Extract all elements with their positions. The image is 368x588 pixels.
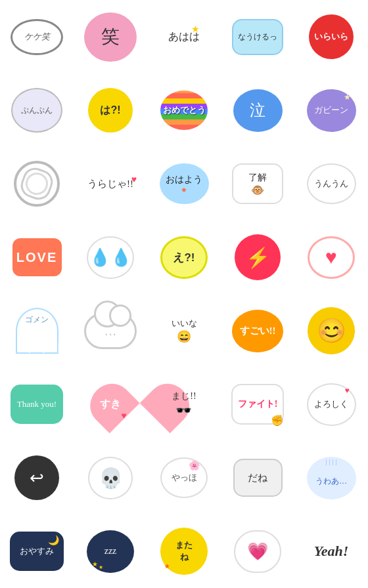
sticker-cell[interactable]: まじ!! 🕶️ — [147, 368, 221, 441]
sticker-text: え?! — [173, 250, 195, 265]
sticker-text: うんうん — [314, 178, 348, 190]
sticker-oyasumi: 🌙 おやすみ — [10, 532, 64, 571]
sticker-ukeru: なうけるっ — [232, 19, 283, 55]
sticker-text: だね — [248, 472, 267, 484]
fist-deco: ✊ — [271, 414, 284, 427]
sticker-e: え?! — [160, 236, 208, 279]
sticker-text: おめでとう — [163, 104, 206, 116]
sticker-cell[interactable]: 笑 — [74, 0, 147, 74]
sticker-cell[interactable]: ★ あはは — [147, 0, 221, 74]
sticker-cell[interactable]: 🌙 おやすみ — [0, 514, 74, 588]
sticker-cell[interactable]: ケケ笑 — [0, 0, 74, 74]
sticker-text: うわあ… — [315, 476, 347, 487]
sticker-cell[interactable]: うらじゃ!! ♥ — [74, 147, 147, 220]
sticker-cell[interactable]: いいな 😄 — [147, 294, 221, 368]
sticker-text: また ね — [175, 539, 193, 563]
sticker-text: うらじゃ!! — [87, 178, 133, 190]
sticker-uwaa: | | | | うわあ… — [307, 457, 356, 499]
sticker-cell[interactable]: Yeah! — [294, 514, 368, 588]
heart-small: ♥ — [121, 410, 126, 421]
star-small: ★ — [181, 186, 187, 194]
sticker-cell[interactable]: うんうん — [294, 147, 368, 220]
sticker-text: まじ!! — [172, 390, 196, 402]
sticker-maji: まじ!! 🕶️ — [172, 390, 196, 418]
sticker-cell[interactable]: ファイト! ✊ — [221, 368, 294, 441]
sticker-cell[interactable]: いらいら — [294, 0, 368, 74]
sticker-cell[interactable]: なうけるっ — [221, 0, 294, 74]
sticker-cell[interactable]: ★ ★ zzz — [74, 514, 147, 588]
sticker-reply: ↩ — [14, 455, 59, 500]
heart-top: ♥ — [344, 386, 349, 396]
sticker-text: は?! — [100, 104, 120, 117]
star-icon: ★ — [191, 24, 200, 35]
sticker-cell[interactable]: え?! — [147, 220, 221, 294]
sticker-cell[interactable]: ゴメン — [0, 294, 74, 368]
sticker-yeah: Yeah! — [314, 543, 349, 560]
sticker-cell[interactable]: Thank you! — [0, 368, 74, 441]
sticker-fight: ファイト! ✊ — [231, 384, 284, 425]
sticker-love: LOVE — [12, 238, 62, 276]
sticker-punpun: ぷんぷん — [11, 88, 62, 133]
sticker-text: よろしく — [314, 398, 348, 410]
sticker-naku: 泣 — [233, 89, 283, 132]
sticker-cell[interactable]: 💗 — [221, 514, 294, 588]
sticker-text: Thank you! — [17, 399, 57, 410]
sticker-cell[interactable]: ♥ — [294, 220, 368, 294]
sticker-cell[interactable]: 💧💧 — [74, 220, 147, 294]
sticker-text: 💧💧 — [89, 247, 131, 268]
sticker-ahaha: ★ あはは — [168, 30, 200, 44]
sticker-text: ガビーン — [314, 104, 348, 116]
sticker-text: ケケ笑 — [24, 31, 50, 43]
sticker-ha: は?! — [88, 88, 133, 133]
face-small: 😄 — [177, 329, 191, 344]
sticker-text: 了解 — [248, 172, 267, 184]
sticker-text: zzz — [104, 546, 117, 556]
sticker-text: いいな — [172, 318, 197, 329]
sticker-suki: すき ♥ — [89, 385, 132, 424]
sticker-cell[interactable]: は?! — [74, 74, 147, 147]
sticker-smiley: 😊 — [308, 307, 355, 354]
sticker-yaho: 🌸 やっほ — [160, 457, 208, 498]
rain-deco: | | | | — [325, 458, 336, 465]
star-deco: ★ — [164, 563, 170, 570]
sticker-cell[interactable]: ⚡ — [221, 220, 294, 294]
sticker-cell[interactable] — [0, 147, 74, 220]
sticker-text: すき — [100, 398, 121, 411]
sticker-ohayo: おはよう ★ — [160, 163, 209, 204]
sticker-cell[interactable]: ↩ — [0, 441, 74, 514]
sticker-cell[interactable]: 泣 — [221, 74, 294, 147]
sticker-cell[interactable]: おはよう ★ — [147, 147, 221, 220]
sticker-cell[interactable]: ... — [74, 294, 147, 368]
sticker-mata: ★ また ね — [160, 528, 208, 575]
sticker-omedeto: おめでとう — [160, 91, 208, 130]
star-deco2: ★ — [99, 564, 103, 570]
sticker-cell[interactable]: おめでとう — [147, 74, 221, 147]
sticker-cell[interactable]: よろしく ♥ — [294, 368, 368, 441]
sticker-cell[interactable]: 了解 🐵 — [221, 147, 294, 220]
sticker-text: 💀 — [99, 467, 123, 490]
sticker-laugh2: 笑 — [84, 12, 137, 62]
sticker-cell[interactable]: ぷんぷん — [0, 74, 74, 147]
sticker-text: 😊 — [317, 317, 346, 345]
sticker-cell[interactable]: 😊 — [294, 294, 368, 368]
star-deco: ★ — [344, 93, 351, 102]
sticker-cell[interactable]: すき ♥ — [74, 368, 147, 441]
sticker-text: ⚡ — [246, 246, 270, 269]
sticker-cell[interactable]: 💀 — [74, 441, 147, 514]
sticker-cell[interactable]: すごい!! — [221, 294, 294, 368]
sticker-text: ♥ — [325, 246, 337, 268]
sticker-ryokai: 了解 🐵 — [232, 163, 283, 204]
sticker-cell[interactable]: だね — [221, 441, 294, 514]
sticker-cell[interactable]: 🌸 やっほ — [147, 441, 221, 514]
sticker-cell[interactable]: | | | | うわあ… — [294, 441, 368, 514]
sticker-text: おはよう — [166, 174, 202, 186]
sticker-text: Yeah! — [314, 543, 349, 560]
sticker-text: 泣 — [250, 100, 265, 121]
sticker-cell[interactable]: ★ ガビーン — [294, 74, 368, 147]
sticker-thankyou: Thank you! — [11, 385, 63, 424]
face-deco: 🐵 — [251, 184, 264, 196]
sticker-cell[interactable]: ★ また ね — [147, 514, 221, 588]
sticker-cell[interactable]: LOVE — [0, 220, 74, 294]
sticker-scribble — [14, 161, 60, 207]
sticker-grid: ケケ笑 笑 ★ あはは なうけるっ いらいら ぷんぷん は?! おめでと — [0, 0, 368, 588]
